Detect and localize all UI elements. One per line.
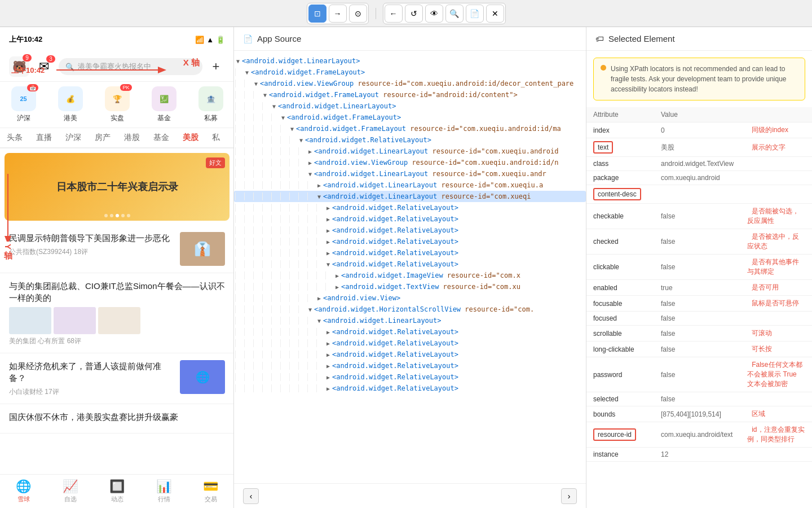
- tree-node-1[interactable]: ▼<android.widget.FrameLayout>: [234, 67, 586, 78]
- tree-indent-10-0: [235, 170, 243, 178]
- tree-toggle-2[interactable]: ▼: [252, 80, 260, 87]
- xml-nav-prev[interactable]: ‹: [243, 488, 259, 504]
- tree-node-23[interactable]: ▼<android.widget.LinearLayout>: [234, 315, 586, 326]
- tree-toggle-26[interactable]: ▶: [324, 351, 332, 358]
- tree-node-16[interactable]: ▶<android.widget.RelativeLayout>: [234, 236, 586, 247]
- toolbar-btn-record[interactable]: ⊙: [349, 5, 367, 23]
- tree-toggle-24[interactable]: ▶: [324, 328, 332, 336]
- tree-toggle-1[interactable]: ▼: [243, 68, 251, 76]
- news-item-1[interactable]: 民调显示特朗普领导下美国形象进一步恶化 公共指数(SZ399244) 18评 👔: [0, 225, 234, 273]
- tab-meigу[interactable]: 美股: [176, 128, 205, 148]
- tree-node-17[interactable]: ▶<android.widget.RelativeLayout>: [234, 247, 586, 259]
- bottom-tab-watchlist[interactable]: 📈 自选: [63, 479, 78, 503]
- tab-toutiao[interactable]: 头条: [0, 128, 29, 147]
- tree-node-2[interactable]: ▼<android.view.ViewGroup resource-id="co…: [234, 78, 586, 89]
- bottom-tab-trade[interactable]: 💳 交易: [203, 479, 218, 503]
- tree-toggle-19[interactable]: ▶: [333, 271, 341, 279]
- tree-toggle-20[interactable]: ▶: [333, 283, 341, 291]
- tree-node-9[interactable]: ▶<android.view.ViewGroup resource-id="co…: [234, 157, 586, 168]
- tab-hushen[interactable]: 沪深: [59, 128, 88, 147]
- tree-node-27[interactable]: ▶<android.widget.RelativeLayout>: [234, 360, 586, 371]
- nav-badge-shipan: PK: [120, 84, 131, 91]
- tree-node-14[interactable]: ▶<android.widget.RelativeLayout>: [234, 213, 586, 225]
- tree-toggle-17[interactable]: ▶: [324, 249, 332, 257]
- tree-node-28[interactable]: ▶<android.widget.RelativeLayout>: [234, 371, 586, 383]
- tree-toggle-28[interactable]: ▶: [324, 373, 332, 381]
- tree-toggle-10[interactable]: ▼: [306, 170, 314, 178]
- add-button[interactable]: +: [207, 58, 225, 76]
- xml-body[interactable]: ▼<android.widget.LinearLayout> ▼<android…: [234, 51, 586, 483]
- tree-toggle-6[interactable]: ▼: [288, 125, 296, 133]
- tree-node-8[interactable]: ▶<android.widget.LinearLayout resource-i…: [234, 146, 586, 157]
- tab-fangchan[interactable]: 房产: [88, 128, 117, 147]
- news-item-3[interactable]: 如果经济危机来了，普通人该提前做何准备？ 小白读财经 17评 🌐: [0, 353, 234, 404]
- tree-toggle-25[interactable]: ▶: [324, 339, 332, 347]
- tree-toggle-14[interactable]: ▶: [324, 215, 332, 223]
- tree-indent-24-4: [271, 328, 279, 336]
- tree-toggle-5[interactable]: ▼: [279, 113, 287, 121]
- tree-node-3[interactable]: ▼<android.widget.FrameLayout resource-id…: [234, 89, 586, 100]
- toolbar-btn-close[interactable]: ✕: [486, 5, 504, 23]
- tab-jijin[interactable]: 基金: [147, 128, 176, 147]
- tab-ganggu[interactable]: 港股: [117, 128, 147, 147]
- toolbar-btn-search[interactable]: 🔍: [445, 5, 464, 23]
- tree-toggle-0[interactable]: ▼: [234, 57, 242, 65]
- tree-toggle-27[interactable]: ▶: [324, 362, 332, 370]
- tree-node-5[interactable]: ▼<android.widget.FrameLayout>: [234, 112, 586, 123]
- tree-node-19[interactable]: ▶<android.widget.ImageView resource-id="…: [234, 270, 586, 281]
- tree-toggle-23[interactable]: ▼: [315, 317, 323, 325]
- tree-toggle-13[interactable]: ▶: [324, 204, 332, 212]
- xml-nav-next[interactable]: ›: [561, 488, 577, 504]
- tree-node-13[interactable]: ▶<android.widget.RelativeLayout>: [234, 202, 586, 213]
- toolbar-btn-refresh[interactable]: ↺: [405, 5, 423, 23]
- nav-icon-shipan[interactable]: 🏆 PK 实盘: [105, 86, 130, 123]
- tree-node-4[interactable]: ▼<android.widget.LinearLayout>: [234, 100, 586, 112]
- bottom-tab-home[interactable]: 🌐 雪球: [16, 479, 31, 503]
- tree-toggle-8[interactable]: ▶: [306, 147, 314, 155]
- news-item-4[interactable]: 国庆休假不休市，港美股实盘赛比拼升级赢豪: [0, 404, 234, 433]
- tree-node-7[interactable]: ▼<android.widget.RelativeLayout>: [234, 134, 586, 146]
- tree-node-15[interactable]: ▶<android.widget.RelativeLayout>: [234, 225, 586, 236]
- tree-node-22[interactable]: ▼<android.widget.HorizontalScrollView re…: [234, 304, 586, 315]
- banner-title: 日本股市二十年兴衰启示录: [56, 180, 178, 194]
- toolbar-btn-arrow[interactable]: →: [329, 5, 347, 23]
- tree-toggle-11[interactable]: ▶: [315, 181, 323, 189]
- toolbar-btn-eye[interactable]: 👁: [425, 5, 443, 23]
- tree-node-18[interactable]: ▼<android.widget.RelativeLayout>: [234, 259, 586, 270]
- tree-node-20[interactable]: ▶<android.widget.TextView resource-id="c…: [234, 281, 586, 292]
- tree-content-7: <android.widget.RelativeLayout>: [305, 136, 581, 144]
- tree-node-24[interactable]: ▶<android.widget.RelativeLayout>: [234, 326, 586, 338]
- nav-icon-shanghai[interactable]: 25 📅 沪深: [11, 86, 36, 123]
- tree-node-12[interactable]: ▼<android.widget.LinearLayout resource-i…: [234, 191, 586, 202]
- tree-node-10[interactable]: ▼<android.widget.LinearLayout resource-i…: [234, 168, 586, 179]
- toolbar-btn-back[interactable]: ←: [385, 5, 403, 23]
- tree-toggle-15[interactable]: ▶: [324, 226, 332, 234]
- tree-toggle-21[interactable]: ▶: [315, 294, 323, 302]
- tree-node-11[interactable]: ▶<android.widget.LinearLayout resource-i…: [234, 179, 586, 191]
- tree-node-26[interactable]: ▶<android.widget.RelativeLayout>: [234, 349, 586, 360]
- tree-toggle-3[interactable]: ▼: [261, 91, 269, 99]
- tree-node-21[interactable]: ▶<android.view.View>: [234, 292, 586, 304]
- tab-zhibo[interactable]: 直播: [29, 128, 59, 147]
- tree-toggle-12[interactable]: ▼: [315, 192, 323, 200]
- bottom-tab-activity[interactable]: 🔲 动态: [109, 479, 125, 503]
- tree-toggle-22[interactable]: ▼: [306, 305, 314, 313]
- toolbar-btn-doc[interactable]: 📄: [466, 5, 484, 23]
- tree-toggle-4[interactable]: ▼: [270, 102, 278, 110]
- tab-private[interactable]: 私: [205, 128, 227, 147]
- tree-node-6[interactable]: ▼<android.widget.FrameLayout resource-id…: [234, 123, 586, 134]
- nav-icon-gangmei[interactable]: 💰 港美: [58, 86, 83, 123]
- tree-node-0[interactable]: ▼<android.widget.LinearLayout>: [234, 55, 586, 67]
- tree-toggle-9[interactable]: ▶: [306, 159, 314, 167]
- nav-icon-simu[interactable]: 🏦 私募: [198, 86, 223, 123]
- tree-toggle-18[interactable]: ▼: [324, 260, 332, 268]
- tree-node-25[interactable]: ▶<android.widget.RelativeLayout>: [234, 338, 586, 349]
- news-item-2[interactable]: 与美的集团副总裁、CIO兼IT总监Simon午餐会——认识不一样的美的 美的集团…: [0, 273, 234, 353]
- toolbar-btn-select[interactable]: ⊡: [308, 5, 326, 23]
- tree-toggle-16[interactable]: ▶: [324, 238, 332, 246]
- tree-toggle-7[interactable]: ▼: [297, 136, 305, 144]
- tree-node-29[interactable]: ▶<android.widget.RelativeLayout>: [234, 383, 586, 394]
- nav-icon-jijin[interactable]: 💹 基金: [152, 86, 176, 123]
- tree-toggle-29[interactable]: ▶: [324, 384, 332, 392]
- bottom-tab-market[interactable]: 📊 行情: [156, 479, 171, 503]
